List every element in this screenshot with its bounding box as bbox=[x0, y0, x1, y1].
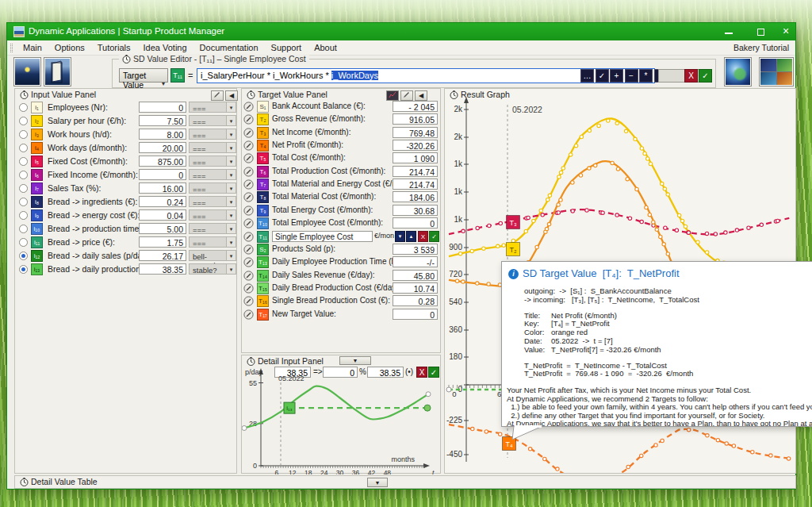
edit-circle-icon[interactable] bbox=[243, 167, 254, 177]
value-field-i₂[interactable]: 7.50 bbox=[139, 115, 186, 126]
value-field-i₃[interactable]: 8.00 bbox=[139, 129, 186, 140]
edit-circle-icon[interactable] bbox=[243, 218, 254, 229]
radio-i₃[interactable] bbox=[19, 130, 28, 139]
collapse-left-button[interactable]: ◀ bbox=[225, 90, 238, 101]
radio-i₈[interactable] bbox=[19, 198, 28, 206]
op-button-4[interactable]: * bbox=[639, 69, 653, 83]
chevron-down-icon[interactable]: ▾ bbox=[226, 142, 236, 153]
edit-circle-icon[interactable] bbox=[243, 128, 254, 138]
chevron-down-icon[interactable]: ▾ bbox=[226, 182, 236, 194]
op-button-1[interactable]: ✓ bbox=[596, 69, 609, 83]
formula-cancel-button[interactable]: X bbox=[684, 69, 698, 83]
edit-circle-icon[interactable] bbox=[243, 296, 254, 306]
edit-circle-icon[interactable] bbox=[243, 309, 254, 320]
move-up-button[interactable]: ▲ bbox=[406, 231, 416, 242]
radio-i₁₀[interactable] bbox=[19, 225, 28, 233]
chevron-down-icon[interactable]: ▾ bbox=[226, 196, 236, 207]
value-field-i₆[interactable]: 0 bbox=[139, 169, 186, 180]
edit-panel-button[interactable] bbox=[400, 90, 413, 101]
mode-select-i₄[interactable]: === bbox=[189, 142, 227, 153]
value-field-i₄[interactable]: 20.00 bbox=[139, 142, 186, 153]
menu-item-main[interactable]: Main bbox=[17, 40, 48, 54]
edit-circle-icon[interactable] bbox=[243, 192, 254, 202]
value-field-T₇[interactable]: 214.74 bbox=[393, 179, 438, 190]
row-ok-button[interactable]: ✓ bbox=[429, 231, 439, 242]
chevron-down-icon[interactable]: ▾ bbox=[226, 223, 236, 234]
value-field-T₁₇[interactable]: 0 bbox=[393, 309, 438, 320]
marker-T₃[interactable]: T₃ bbox=[507, 216, 520, 229]
value-field-T₁₆[interactable]: 0.28 bbox=[393, 295, 438, 306]
value-field-i₁₀[interactable]: 5.00 bbox=[139, 223, 186, 234]
value-field-S₂[interactable]: 3 539 bbox=[393, 244, 438, 255]
value-field-T₉[interactable]: 30.68 bbox=[393, 205, 438, 216]
value-type-selector[interactable]: Target Value▾ bbox=[119, 68, 168, 83]
mode-select-i₁₃[interactable]: stable? bbox=[189, 263, 227, 275]
value-field-T₈[interactable]: 184.06 bbox=[393, 191, 438, 202]
radio-i₁₁[interactable] bbox=[19, 238, 28, 247]
radio-i₇[interactable] bbox=[19, 184, 28, 193]
chevron-down-icon[interactable]: ▾ bbox=[226, 209, 236, 221]
edit-circle-icon[interactable] bbox=[243, 232, 254, 242]
chevron-down-icon[interactable]: ▾ bbox=[226, 250, 236, 261]
mode-select-i₃[interactable]: === bbox=[189, 129, 227, 140]
menu-item-support[interactable]: Support bbox=[265, 40, 308, 54]
menu-item-idea-voting[interactable]: Idea Voting bbox=[137, 40, 193, 54]
menu-item-options[interactable]: Options bbox=[48, 40, 91, 54]
scene-image-button[interactable] bbox=[13, 57, 41, 86]
value-field-T₁₀[interactable]: 0 bbox=[393, 217, 438, 229]
op-button-2[interactable]: + bbox=[610, 69, 623, 83]
value-field-i₉[interactable]: 0.04 bbox=[139, 209, 186, 221]
value-field-T₃[interactable]: 769.48 bbox=[393, 127, 438, 138]
mode-select-i₁₂[interactable]: bell-curved bbox=[189, 250, 227, 261]
value-field-i₁₃[interactable]: 38.35 bbox=[139, 263, 186, 275]
value-field-S₁[interactable]: - 2 045 bbox=[393, 101, 438, 112]
value-field-T₁₃[interactable]: -/- bbox=[393, 256, 438, 267]
globe-image-button[interactable] bbox=[724, 57, 752, 86]
chevron-down-icon[interactable]: ▾ bbox=[226, 115, 236, 126]
chevron-down-icon[interactable]: ▾ bbox=[226, 169, 236, 180]
chevron-down-icon[interactable]: ▾ bbox=[226, 156, 236, 167]
mode-select-i₆[interactable]: === bbox=[189, 169, 227, 180]
target-name-input[interactable]: Single Employee Cost bbox=[272, 231, 373, 242]
edit-circle-icon[interactable] bbox=[243, 179, 254, 190]
chevron-down-icon[interactable]: ▾ bbox=[226, 129, 236, 140]
radio-i₂[interactable] bbox=[19, 117, 28, 125]
value-field-T₄[interactable]: -320.26 bbox=[393, 140, 438, 151]
mode-select-i₅[interactable]: === bbox=[189, 156, 227, 167]
value-field-T₆[interactable]: 214.74 bbox=[393, 166, 438, 177]
radio-i₅[interactable] bbox=[19, 157, 28, 166]
edit-circle-icon[interactable] bbox=[243, 102, 254, 112]
value-field-i₁₂[interactable]: 26.17 bbox=[139, 250, 186, 261]
op-button-3[interactable]: − bbox=[625, 69, 638, 83]
mode-select-i₁₁[interactable]: === bbox=[189, 236, 227, 248]
edit-panel-button[interactable] bbox=[211, 90, 224, 101]
close-button[interactable]: × bbox=[776, 23, 796, 40]
mode-select-i₁₀[interactable]: === bbox=[189, 223, 227, 234]
door-image-button[interactable] bbox=[44, 57, 71, 86]
edit-circle-icon[interactable] bbox=[243, 153, 254, 163]
value-field-T₁₅[interactable]: 10.74 bbox=[393, 282, 438, 294]
stable-handle[interactable] bbox=[424, 405, 431, 411]
value-field-T₁₄[interactable]: 45.80 bbox=[393, 270, 438, 281]
value-field-i₅[interactable]: 875.00 bbox=[139, 156, 186, 167]
value-field-T₂[interactable]: 916.05 bbox=[393, 113, 438, 125]
formula-ok-button[interactable]: ✓ bbox=[699, 69, 712, 83]
mode-select-i₁[interactable]: === bbox=[189, 102, 227, 113]
edit-circle-icon[interactable] bbox=[243, 205, 254, 216]
radio-i₁₃[interactable] bbox=[19, 265, 28, 274]
marker-T₂[interactable]: T₂ bbox=[507, 243, 520, 256]
radio-i₆[interactable] bbox=[19, 171, 28, 179]
chevron-down-icon[interactable]: ▾ bbox=[226, 263, 236, 275]
marker-i₁₃[interactable]: i₁₃ bbox=[284, 402, 295, 413]
value-field-i₇[interactable]: 16.00 bbox=[139, 182, 186, 194]
radio-i₉[interactable] bbox=[19, 211, 28, 220]
edit-circle-icon[interactable] bbox=[243, 283, 254, 294]
gallery-image-button[interactable] bbox=[759, 57, 794, 86]
menu-item-tutorials[interactable]: Tutorials bbox=[91, 40, 137, 54]
edit-circle-icon[interactable] bbox=[243, 257, 254, 267]
chevron-down-icon[interactable]: ▾ bbox=[226, 236, 236, 248]
mode-select-i₂[interactable]: === bbox=[189, 115, 227, 126]
maximize-button[interactable] bbox=[750, 23, 771, 40]
edit-circle-icon[interactable] bbox=[243, 271, 254, 281]
value-field-i₈[interactable]: 0.24 bbox=[139, 196, 186, 207]
